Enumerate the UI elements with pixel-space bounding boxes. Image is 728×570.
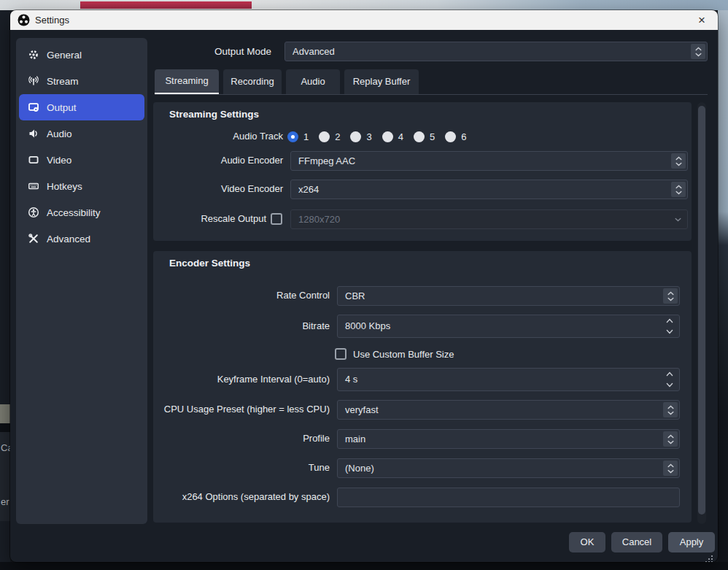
sidebar-item-general[interactable]: General <box>19 42 144 68</box>
spinner-icon <box>663 431 678 447</box>
background-text-fragment: er <box>1 496 11 507</box>
audio-track-option-2[interactable]: 2 <box>319 131 340 142</box>
tab-streaming[interactable]: Streaming <box>155 69 219 94</box>
background-red-strip <box>80 1 252 9</box>
encoder-settings-panel: Encoder Settings Rate Control CBR Bitrat… <box>153 251 692 523</box>
x264-options-value <box>345 488 660 507</box>
audio-encoder-select[interactable]: FFmpeg AAC <box>290 151 688 171</box>
obs-logo-icon <box>18 14 30 26</box>
spinner-icon <box>691 44 705 59</box>
profile-label: Profile <box>153 433 330 444</box>
cpu-preset-label: CPU Usage Preset (higher = less CPU) <box>153 404 330 415</box>
output-mode-label: Output Mode <box>142 42 279 61</box>
x264-options-label: x264 Options (separated by space) <box>153 491 330 502</box>
spinner-icon <box>663 402 678 417</box>
audio-encoder-label: Audio Encoder <box>153 155 283 166</box>
output-display-icon <box>28 101 39 113</box>
tab-recording[interactable]: Recording <box>223 69 282 94</box>
tune-value: (None) <box>345 459 660 477</box>
rescale-resolution-select: 1280x720 <box>290 209 688 229</box>
apply-button[interactable]: Apply <box>668 532 715 552</box>
sidebar-item-audio[interactable]: Audio <box>19 120 144 147</box>
spin-up-icon[interactable] <box>666 371 673 377</box>
tab-pane-border <box>155 94 708 95</box>
settings-sidebar: General Stream Output Audio <box>16 38 147 524</box>
sidebar-item-accessibility[interactable]: Accessibility <box>19 199 144 226</box>
spin-up-icon[interactable] <box>666 318 673 323</box>
spin-down-icon[interactable] <box>666 329 673 334</box>
chevron-down-icon <box>675 217 681 222</box>
audio-track-option-3[interactable]: 3 <box>350 131 371 142</box>
tune-select[interactable]: (None) <box>337 458 680 478</box>
bitrate-value: 8000 Kbps <box>345 315 660 337</box>
broadcast-icon <box>28 75 39 87</box>
titlebar[interactable]: Settings × <box>10 10 718 30</box>
radio-label: 1 <box>303 131 309 142</box>
output-mode-select[interactable]: Advanced <box>284 42 708 61</box>
audio-track-label: Audio Track <box>153 131 283 142</box>
sidebar-item-advanced[interactable]: Advanced <box>19 226 144 252</box>
panel-title: Encoder Settings <box>169 258 250 269</box>
x264-options-input[interactable] <box>337 488 680 507</box>
keyframe-interval-spinbox[interactable]: 4 s <box>337 368 680 391</box>
bitrate-spinbox[interactable]: 8000 Kbps <box>337 315 680 338</box>
radio-label: 2 <box>335 131 340 142</box>
sidebar-item-label: Hotkeys <box>47 181 82 192</box>
rescale-output-checkbox[interactable] <box>271 213 282 225</box>
use-custom-buffer-checkbox[interactable] <box>335 348 346 360</box>
video-encoder-value: x264 <box>298 180 668 199</box>
ok-button[interactable]: OK <box>569 532 605 552</box>
cancel-button[interactable]: Cancel <box>611 532 662 552</box>
rate-control-label: Rate Control <box>153 290 330 301</box>
rescale-resolution-value: 1280x720 <box>298 210 668 228</box>
video-encoder-select[interactable]: x264 <box>290 180 688 199</box>
radio-icon <box>414 131 425 142</box>
cpu-preset-value: veryfast <box>345 401 660 419</box>
resize-grip[interactable] <box>705 555 713 562</box>
keyframe-interval-value: 4 s <box>345 369 660 390</box>
sidebar-item-label: Accessibility <box>47 207 101 218</box>
profile-select[interactable]: main <box>337 429 680 449</box>
spin-down-icon[interactable] <box>666 382 673 388</box>
tab-replay-buffer[interactable]: Replay Buffer <box>344 69 419 94</box>
rescale-output-label: Rescale Output <box>153 213 266 224</box>
spinner-icon <box>663 288 678 304</box>
cpu-preset-select[interactable]: veryfast <box>337 400 680 420</box>
radio-label: 6 <box>461 131 466 142</box>
video-encoder-label: Video Encoder <box>153 183 283 194</box>
sidebar-item-hotkeys[interactable]: Hotkeys <box>19 173 144 199</box>
output-mode-value: Advanced <box>293 42 688 61</box>
audio-track-option-4[interactable]: 4 <box>382 131 403 142</box>
radio-label: 5 <box>430 131 435 142</box>
spinner-icon <box>663 461 678 476</box>
sidebar-item-label: Video <box>47 155 71 166</box>
audio-track-option-5[interactable]: 5 <box>414 131 435 142</box>
tools-icon <box>28 233 39 244</box>
close-button[interactable]: × <box>693 12 710 28</box>
desktop-background-bottom <box>0 562 728 570</box>
background-text-fragment: Ca <box>1 442 11 453</box>
radio-selected-icon <box>287 131 298 142</box>
rate-control-select[interactable]: CBR <box>337 286 680 306</box>
tab-audio[interactable]: Audio <box>286 69 340 94</box>
audio-track-option-6[interactable]: 6 <box>445 131 466 142</box>
spinner-icon <box>671 182 686 197</box>
sidebar-item-stream[interactable]: Stream <box>19 68 144 94</box>
spinner-icon <box>671 153 686 169</box>
scrollbar-thumb[interactable] <box>698 106 705 515</box>
radio-icon <box>382 131 393 142</box>
radio-icon <box>319 131 330 142</box>
tune-label: Tune <box>153 462 330 473</box>
keyframe-interval-label: Keyframe Interval (0=auto) <box>153 374 330 385</box>
desktop-background-left: Ca er <box>0 10 10 570</box>
sidebar-item-label: Audio <box>47 128 72 139</box>
speaker-icon <box>28 128 39 139</box>
use-custom-buffer-label: Use Custom Buffer Size <box>353 349 454 360</box>
settings-window: Settings × General Stream Output <box>10 10 718 562</box>
streaming-settings-panel: Streaming Settings Audio Track 1 2 3 4 5… <box>153 102 692 241</box>
bitrate-label: Bitrate <box>153 320 330 331</box>
sidebar-item-video[interactable]: Video <box>19 147 144 173</box>
audio-track-option-1[interactable]: 1 <box>287 131 309 142</box>
sidebar-item-label: Advanced <box>47 234 90 244</box>
sidebar-item-output[interactable]: Output <box>19 94 144 120</box>
